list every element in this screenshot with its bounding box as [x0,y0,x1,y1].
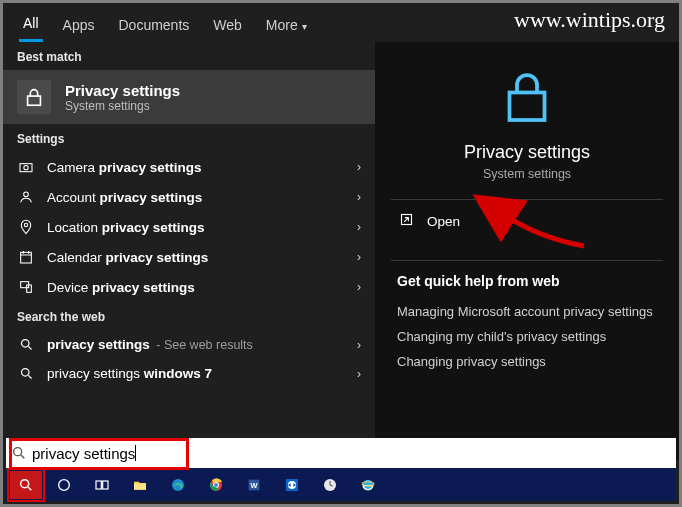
label-bold: privacy settings [99,160,202,175]
chevron-right-icon: › [357,367,361,381]
settings-item-location[interactable]: Location privacy settings › [3,212,375,242]
search-icon [17,366,35,381]
tab-all[interactable]: All [19,9,43,42]
taskbar-ie-button[interactable] [352,471,384,499]
best-match-title: Privacy settings [65,82,180,99]
svg-point-3 [24,192,29,197]
settings-item-account[interactable]: Account privacy settings › [3,182,375,212]
results-column: Best match Privacy settings System setti… [3,42,375,460]
quick-help-link[interactable]: Managing Microsoft account privacy setti… [397,299,657,324]
svg-rect-17 [134,483,146,489]
taskbar-explorer-button[interactable] [124,471,156,499]
section-settings: Settings [3,124,375,152]
tab-apps[interactable]: Apps [59,11,99,41]
web-item-privacy-settings-win7[interactable]: privacy settings windows 7 › [3,359,375,388]
taskbar-teamviewer-button[interactable] [276,471,308,499]
label-prefix: Calendar [47,250,106,265]
label-bold: windows 7 [144,366,212,381]
label-prefix: Location [47,220,102,235]
camera-icon [17,159,35,175]
svg-rect-0 [28,96,41,105]
svg-text:W: W [251,481,258,490]
label-bold: privacy settings [106,250,209,265]
chevron-right-icon: › [357,338,361,352]
svg-point-9 [21,369,29,377]
svg-point-14 [59,479,70,490]
chevron-right-icon: › [357,190,361,204]
svg-rect-15 [96,481,101,489]
watermark: www.wintips.org [514,7,665,33]
label-bold: privacy settings [100,190,203,205]
section-search-web: Search the web [3,302,375,330]
preview-sub: System settings [375,167,679,181]
search-input[interactable]: privacy settings [32,445,135,462]
label-prefix: Camera [47,160,99,175]
chevron-right-icon: › [357,280,361,294]
search-icon [6,445,32,461]
search-icon [17,337,35,352]
lock-icon-large [375,64,679,130]
chevron-right-icon: › [357,250,361,264]
svg-point-12 [14,448,22,456]
preview-pane: Privacy settings System settings Open [375,42,679,460]
quick-help-link[interactable]: Changing my child's privacy settings [397,324,657,349]
preview-title: Privacy settings [375,142,679,163]
section-best-match: Best match [3,42,375,70]
settings-item-camera[interactable]: Camera privacy settings › [3,152,375,182]
web-item-privacy-settings[interactable]: privacy settings - See web results › [3,330,375,359]
tab-documents[interactable]: Documents [114,11,193,41]
taskbar-search-button[interactable] [10,471,42,499]
label-bold: privacy settings [47,337,150,352]
svg-rect-16 [103,481,108,489]
chevron-right-icon: › [357,220,361,234]
calendar-icon [17,249,35,265]
label-prefix: privacy settings [47,366,144,381]
svg-point-8 [21,340,29,348]
svg-rect-5 [21,252,32,263]
settings-item-device[interactable]: Device privacy settings › [3,272,375,302]
label-prefix: Account [47,190,100,205]
settings-item-calendar[interactable]: Calendar privacy settings › [3,242,375,272]
lock-icon [17,80,51,114]
label-suffix: - See web results [153,338,253,352]
open-label: Open [427,214,460,229]
quick-help-title: Get quick help from web [397,273,657,289]
taskbar-clock-button[interactable] [314,471,346,499]
tab-more[interactable]: More [262,11,311,41]
label-bold: privacy settings [92,280,195,295]
quick-help-link[interactable]: Changing privacy settings [397,349,657,374]
open-button[interactable]: Open [375,200,679,242]
taskbar-cortana-button[interactable] [48,471,80,499]
taskbar-edge-button[interactable] [162,471,194,499]
tab-web[interactable]: Web [209,11,246,41]
search-box[interactable]: privacy settings [6,438,676,468]
device-icon [17,279,35,295]
open-icon [399,212,415,230]
text-cursor [135,445,136,461]
taskbar-taskview-button[interactable] [86,471,118,499]
label-bold: privacy settings [102,220,205,235]
svg-point-13 [21,479,29,487]
best-match-item[interactable]: Privacy settings System settings [3,70,375,124]
chevron-right-icon: › [357,160,361,174]
best-match-sub: System settings [65,99,180,113]
svg-point-4 [24,223,27,226]
svg-point-2 [24,166,28,170]
annotation-arrow [500,206,590,259]
location-icon [17,219,35,235]
svg-rect-10 [510,93,545,121]
svg-point-21 [214,483,218,487]
taskbar-word-button[interactable]: W [238,471,270,499]
account-icon [17,189,35,205]
label-prefix: Device [47,280,92,295]
taskbar: W [6,468,676,501]
svg-rect-1 [20,164,32,172]
taskbar-chrome-button[interactable] [200,471,232,499]
